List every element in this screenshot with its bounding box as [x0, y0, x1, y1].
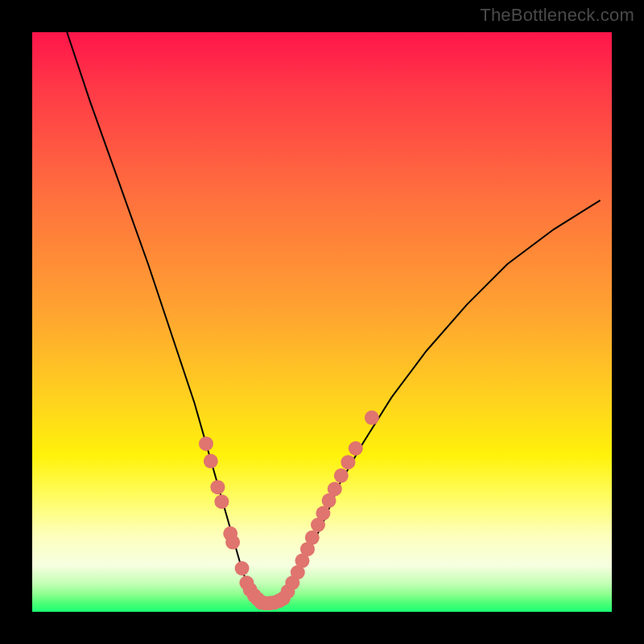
outer-frame: TheBottleneck.com [0, 0, 644, 644]
data-point [305, 530, 320, 545]
data-point [328, 481, 342, 496]
watermark-text: TheBottleneck.com [480, 5, 634, 26]
bottleneck-curve [67, 32, 600, 603]
data-point [214, 494, 229, 509]
chart-svg [32, 32, 612, 612]
data-point [316, 506, 330, 521]
data-point [334, 469, 349, 483]
data-point [204, 454, 218, 469]
data-point [210, 480, 225, 494]
data-point [341, 455, 355, 469]
data-point [365, 411, 379, 425]
data-point [349, 441, 363, 456]
plot-area [32, 32, 612, 612]
data-point [225, 535, 240, 550]
data-point [235, 561, 250, 576]
data-point [199, 436, 213, 451]
